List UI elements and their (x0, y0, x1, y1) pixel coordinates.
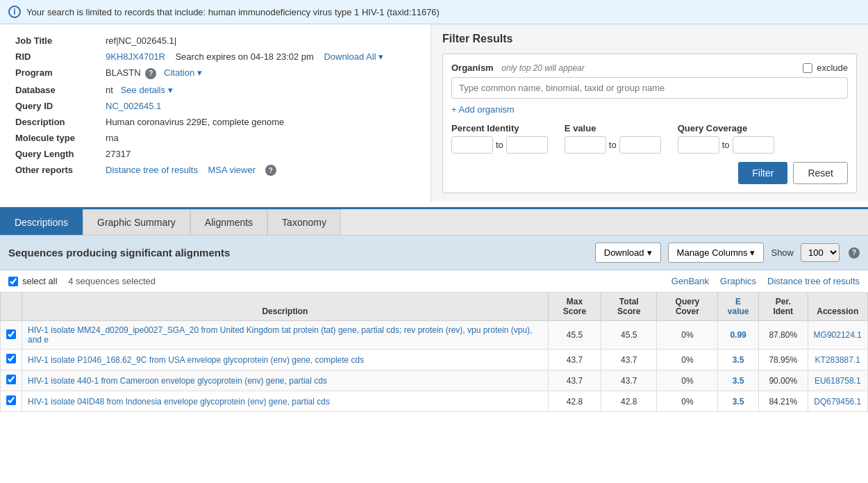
row-description-link[interactable]: HIV-1 isolate P1046_168.62_9C from USA e… (28, 355, 364, 365)
row-accession-link[interactable]: EU618758.1 (815, 376, 861, 386)
percent-identity-from[interactable] (451, 136, 493, 154)
description-label: Description (11, 114, 101, 130)
table-header: Description Max Score Total Score Query … (1, 293, 868, 321)
row-total-score: 42.8 (601, 391, 657, 412)
query-coverage-from[interactable] (678, 136, 719, 154)
query-coverage-to[interactable] (733, 136, 774, 154)
select-all-checkbox[interactable] (8, 277, 18, 286)
rid-link[interactable]: 9KH8JX4701R (106, 51, 165, 62)
molecule-value: rna (101, 130, 419, 146)
row-checkbox[interactable] (6, 375, 16, 384)
job-title-row: Job Title ref|NC_002645.1| (11, 33, 419, 49)
filter-button[interactable]: Filter (738, 162, 787, 184)
tab-alignments[interactable]: Alignments (190, 209, 267, 235)
organism-input[interactable] (451, 77, 848, 99)
row-checkbox-cell (1, 350, 22, 370)
row-total-score: 45.5 (601, 321, 657, 350)
table-row: HIV-1 isolate MM24_d0209_ipe0027_SGA_20 … (1, 321, 868, 350)
msa-viewer-link[interactable]: MSA viewer (208, 165, 256, 175)
row-max-score: 43.7 (548, 370, 601, 391)
distance-tree-results-link[interactable]: Distance tree of results (767, 276, 860, 286)
row-total-score: 43.7 (601, 350, 657, 370)
banner-text: Your search is limited to records that i… (26, 7, 440, 17)
tab-taxonomy[interactable]: Taxonomy (267, 209, 341, 235)
job-title-value: ref|NC_002645.1| (101, 33, 419, 49)
th-accession: Accession (808, 293, 867, 321)
th-description: Description (22, 293, 549, 321)
query-id-link[interactable]: NC_002645.1 (106, 101, 161, 111)
right-panel: Filter Results Organism only top 20 will… (431, 24, 868, 202)
chevron-down-icon: ▾ (750, 247, 755, 258)
row-e-value: 3.5 (718, 391, 759, 412)
organism-sublabel: only top 20 will appear (501, 63, 584, 73)
e-value-from[interactable] (565, 136, 606, 154)
row-description: HIV-1 isolate P1046_168.62_9C from USA e… (22, 350, 549, 370)
row-max-score: 42.8 (548, 391, 601, 412)
row-checkbox[interactable] (6, 354, 16, 363)
th-per-ident: Per. Ident (758, 293, 808, 321)
query-coverage-group: Query Coverage to (678, 123, 774, 154)
tab-descriptions[interactable]: Descriptions (0, 209, 83, 235)
show-select[interactable]: 100 50 200 (801, 243, 840, 262)
row-description-link[interactable]: HIV-1 isolate 04ID48 from Indonesia enve… (28, 397, 330, 407)
chevron-down-icon: ▾ (197, 67, 202, 78)
database-label: Database (11, 82, 101, 98)
graphics-link[interactable]: Graphics (720, 276, 756, 286)
row-checkbox-cell (1, 321, 22, 350)
sequences-table-header: select all 4 sequences selected GenBank … (0, 270, 868, 293)
job-title-label: Job Title (11, 33, 101, 49)
tabs: Descriptions Graphic Summary Alignments … (0, 209, 868, 235)
row-per-ident: 90.00% (758, 370, 808, 391)
database-value: nt (106, 85, 113, 95)
description-value: Human coronavirus 229E, complete genome (101, 114, 419, 130)
percent-identity-to[interactable] (506, 136, 548, 154)
row-accession: DQ679456.1 (808, 391, 867, 412)
results-help-icon[interactable]: ? (849, 247, 860, 259)
program-value: BLASTN (106, 67, 141, 78)
row-accession-link[interactable]: MG902124.1 (814, 330, 862, 340)
th-e-value: E value (718, 293, 759, 321)
other-reports-row: Other reports Distance tree of results M… (11, 162, 419, 179)
row-accession-link[interactable]: KT283887.1 (815, 355, 860, 365)
row-accession: EU618758.1 (808, 370, 867, 391)
database-row: Database nt See details ▾ (11, 82, 419, 98)
row-e-value: 3.5 (718, 370, 759, 391)
genbank-link[interactable]: GenBank (671, 276, 709, 286)
download-all-link[interactable]: Download All ▾ (324, 51, 383, 62)
program-help-icon[interactable]: ? (145, 68, 156, 79)
e-value-label: E value (565, 123, 661, 133)
query-length-row: Query Length 27317 (11, 146, 419, 162)
row-e-value: 3.5 (718, 350, 759, 370)
rid-row: RID 9KH8JX4701R Search expires on 04-18 … (11, 49, 419, 65)
row-description-link[interactable]: HIV-1 isolate 440-1 from Cameroon envelo… (28, 376, 327, 386)
th-max-score: Max Score (548, 293, 601, 321)
tab-graphic-summary[interactable]: Graphic Summary (83, 209, 190, 235)
add-organism-link[interactable]: + Add organism (451, 104, 515, 115)
row-accession: KT283887.1 (808, 350, 867, 370)
results-title: Sequences producing significant alignmen… (8, 247, 595, 259)
row-checkbox[interactable] (6, 329, 16, 339)
chevron-down-icon: ▾ (378, 51, 383, 62)
citation-link[interactable]: Citation ▾ (164, 67, 202, 78)
filter-title: Filter Results (442, 33, 857, 45)
results-section: Sequences producing significant alignmen… (0, 235, 868, 412)
percent-identity-label: Percent Identity (451, 123, 548, 133)
manage-columns-button[interactable]: Manage Columns ▾ (668, 243, 765, 263)
row-accession-link[interactable]: DQ679456.1 (814, 397, 861, 407)
row-description-link[interactable]: HIV-1 isolate MM24_d0209_ipe0027_SGA_20 … (28, 325, 532, 345)
reset-button[interactable]: Reset (793, 162, 848, 184)
exclude-checkbox[interactable] (803, 63, 812, 73)
distance-tree-link[interactable]: Distance tree of results (106, 165, 198, 175)
see-details-link[interactable]: See details ▾ (121, 85, 173, 95)
row-max-score: 43.7 (548, 350, 601, 370)
organism-label: Organism (451, 63, 494, 73)
download-button[interactable]: Download ▾ (595, 243, 661, 263)
row-checkbox-cell (1, 370, 22, 391)
msa-help-icon[interactable]: ? (265, 165, 276, 176)
row-query-cover: 0% (657, 370, 718, 391)
e-value-to[interactable] (619, 136, 661, 154)
row-checkbox[interactable] (6, 395, 16, 405)
row-per-ident: 84.21% (758, 391, 808, 412)
job-table: Job Title ref|NC_002645.1| RID 9KH8JX470… (11, 33, 419, 179)
row-description: HIV-1 isolate 04ID48 from Indonesia enve… (22, 391, 549, 412)
